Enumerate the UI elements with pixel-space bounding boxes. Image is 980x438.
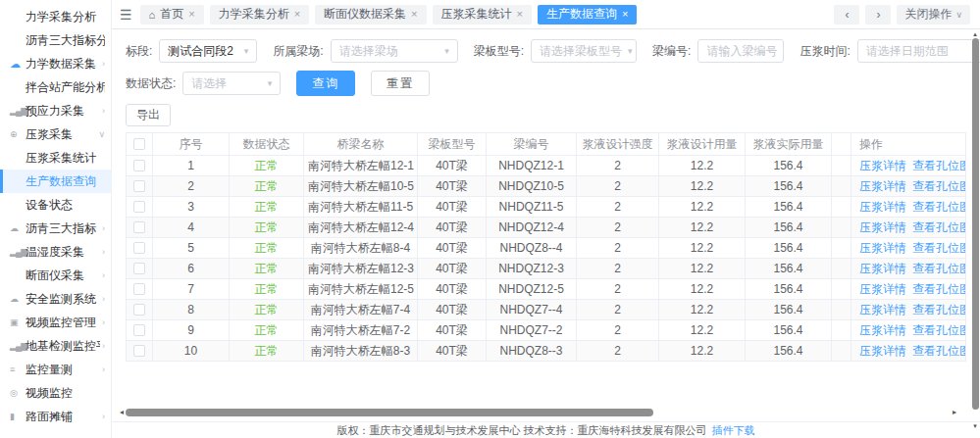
grouting-detail-link[interactable]: 压浆详情 [859,159,906,172]
col-type: 梁板型号 [418,133,487,156]
reset-button[interactable]: 重置 [371,71,430,96]
close-icon[interactable]: × [517,9,523,20]
cloud-icon: ☁ [10,294,26,304]
grouting-detail-link[interactable]: 压浆详情 [859,241,906,255]
filter-select[interactable]: 请选择梁场▾ [331,39,458,63]
vertical-scrollbar[interactable]: ▴ ▾ [971,30,979,429]
close-icon[interactable]: × [411,9,417,20]
scroll-down-icon[interactable]: ▾ [973,422,977,429]
view-hole-diagram-link[interactable]: 查看孔位图 [912,282,966,296]
sidebar-item[interactable]: 设备状态 [0,193,111,217]
sidebar-item[interactable]: ☁安全监测系统› [0,287,111,311]
table-row: 5正常南河特大桥左幅8-440T梁NHDQZ8--4212.2156.4压浆详情… [127,238,966,259]
sidebar-item[interactable]: ☁沥青三大指标› [0,217,111,240]
filter-select[interactable]: 请选择梁板型号▾ [531,39,637,63]
grouting-detail-link[interactable]: 压浆详情 [859,179,906,193]
prev-tab-button[interactable]: ‹ [834,5,859,24]
cell-actual: 156.4 [746,218,832,238]
cell-design: 12.2 [659,300,746,320]
view-hole-diagram-link[interactable]: 查看孔位图 [912,241,966,255]
filter-input[interactable]: 请输入梁编号 [697,39,784,63]
horizontal-scroll-thumb[interactable] [126,409,653,416]
sidebar-item[interactable]: ≡监控量测› [0,358,111,381]
sidebar-item[interactable]: ◎视频监控 [0,381,111,405]
grouting-detail-link[interactable]: 压浆详情 [859,200,906,214]
close-icon[interactable]: × [294,9,300,20]
chevron-right-icon: › [102,270,105,280]
filter-value: 请选择日期范围 [866,43,949,60]
horizontal-scrollbar[interactable]: ◂ ▸ [120,408,956,416]
view-hole-diagram-link[interactable]: 查看孔位图 [912,344,966,358]
scroll-up-icon[interactable]: ▴ [973,30,977,37]
view-hole-diagram-link[interactable]: 查看孔位图 [912,200,966,214]
select-all-checkbox[interactable] [133,138,145,150]
row-checkbox[interactable] [133,221,145,233]
col-op: 操作 [851,133,966,156]
sidebar-item[interactable]: ▂▄▆地基检测监控平台› [0,334,111,358]
tab-item[interactable]: 断面仪数据采集× [315,5,426,24]
view-hole-diagram-link[interactable]: 查看孔位图 [912,323,966,337]
scroll-right-icon[interactable]: ▸ [953,408,956,416]
close-icon[interactable]: × [188,9,194,20]
sidebar-item-label: 压浆采集统计 [10,150,105,167]
row-checkbox[interactable] [133,304,145,316]
sidebar-item[interactable]: ▣视频监控管理› [0,311,111,334]
horizontal-scroll-track[interactable] [126,409,951,416]
close-operations-button[interactable]: 关闭操作 ∨ [897,5,970,24]
grouting-detail-link[interactable]: 压浆详情 [859,282,906,296]
sidebar-item[interactable]: ⊕压浆采集∨ [0,122,111,146]
collapse-menu-icon[interactable]: ☰ [120,7,132,23]
close-icon[interactable]: × [622,9,628,20]
scroll-left-icon[interactable]: ◂ [120,408,124,416]
row-checkbox[interactable] [133,345,145,357]
next-tab-button[interactable]: › [865,5,891,24]
view-hole-diagram-link[interactable]: 查看孔位图 [912,159,966,172]
sidebar-item[interactable]: 压浆采集统计 [0,146,111,170]
row-checkbox[interactable] [133,160,145,171]
grouting-detail-link[interactable]: 压浆详情 [859,323,906,337]
row-checkbox[interactable] [133,263,145,274]
sidebar-item[interactable]: ▂▄▆预应力采集› [0,99,111,122]
grouting-detail-link[interactable]: 压浆详情 [859,303,906,316]
tab-item[interactable]: 压浆采集统计× [433,5,532,24]
tab-item[interactable]: 力学采集分析× [210,5,309,24]
row-checkbox[interactable] [133,283,145,295]
sidebar-item[interactable]: ☁力学数据采集› [0,52,111,75]
tab-item[interactable]: 生产数据查询× [538,5,637,24]
cell-actual: 156.4 [746,300,832,320]
grouting-detail-link[interactable]: 压浆详情 [859,262,906,275]
sidebar-item[interactable]: 生产数据查询 [0,170,111,193]
sidebar-item[interactable]: 沥青三大指标分析 [0,28,111,52]
search-button[interactable]: 查询 [296,71,355,96]
sidebar-item[interactable]: ▮路面摊铺› [0,405,111,428]
tab-item[interactable]: ⌂首页× [140,5,204,24]
cell-strength: 2 [577,197,659,218]
data-table: 序号数据状态桥梁名称梁板型号梁编号浆液设计强度浆液设计用量浆液实际用量操作 1正… [126,132,966,362]
export-button[interactable]: 导出 [126,104,171,126]
view-hole-diagram-link[interactable]: 查看孔位图 [912,303,966,316]
cell-bridge: 南河特大桥左幅8-3 [304,341,418,362]
cell-strength: 2 [577,156,659,176]
row-checkbox[interactable] [133,201,145,213]
vertical-scroll-track[interactable] [972,38,979,421]
filter-date[interactable]: 请选择日期范围▦ [857,39,980,63]
grouting-detail-link[interactable]: 压浆详情 [859,220,906,234]
row-checkbox[interactable] [133,180,145,192]
vertical-scroll-thumb[interactable] [972,38,979,410]
sidebar-item[interactable]: 断面仪采集› [0,264,111,287]
row-checkbox[interactable] [133,324,145,336]
sidebar-item[interactable]: 力学采集分析 [0,5,111,28]
sidebar-item-label: 设备状态 [10,197,105,214]
filter-select[interactable]: 测试合同段2▾ [159,39,257,63]
plugin-download-link[interactable]: 插件下载 [712,423,755,438]
sidebar-item[interactable]: 拌合站产能分析 [0,75,111,99]
view-hole-diagram-link[interactable]: 查看孔位图 [912,179,966,193]
view-hole-diagram-link[interactable]: 查看孔位图 [912,220,966,234]
cell-status: 正常 [230,300,304,320]
col-status: 数据状态 [230,133,304,156]
filter-select[interactable]: 请选择▾ [182,72,281,95]
sidebar-item[interactable]: ▂▄▆温湿度采集› [0,240,111,264]
row-checkbox[interactable] [133,242,145,254]
view-hole-diagram-link[interactable]: 查看孔位图 [912,262,966,275]
grouting-detail-link[interactable]: 压浆详情 [859,344,906,358]
